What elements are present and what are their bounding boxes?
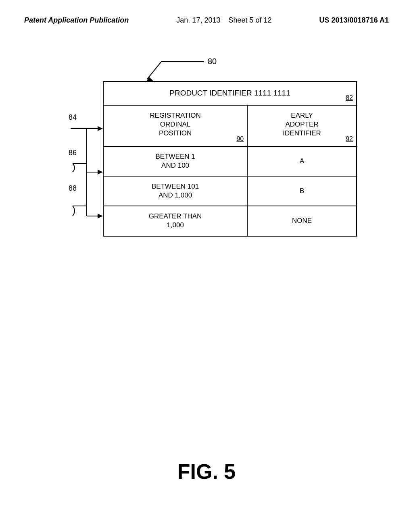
table-row: GREATER THAN1,000 NONE (103, 206, 357, 236)
diagram-area: 80 84 (24, 57, 389, 258)
table-title-text: PRODUCT IDENTIFIER 1111 1111 (169, 89, 290, 97)
table-row: BETWEEN 101AND 1,000 B (103, 176, 357, 206)
page: Patent Application Publication Jan. 17, … (0, 0, 413, 532)
col1-line3: POSITION (159, 129, 192, 137)
ref-92: 92 (346, 135, 353, 143)
col1-line2: ORDINAL (160, 121, 191, 128)
data-table-container: PRODUCT IDENTIFIER 1111 1111 82 REGISTRA… (103, 81, 357, 237)
ref-label-88: 88 (69, 184, 77, 193)
ref-label-86: 86 (69, 149, 77, 157)
ref-90: 90 (236, 135, 244, 143)
header-left: Patent Application Publication (24, 16, 129, 25)
publication-title: Patent Application Publication (24, 16, 129, 25)
row3-col1: GREATER THAN1,000 (103, 206, 247, 236)
header-patent: US 2013/0018716 A1 (319, 16, 389, 25)
col2-header: EARLY ADOPTER IDENTIFIER 92 (247, 105, 357, 146)
row1-col2: A (247, 146, 357, 176)
col1-header: REGISTRATION ORDINAL POSITION 90 (103, 105, 247, 146)
row3-col2: NONE (247, 206, 357, 236)
figure-caption: FIG. 5 (0, 459, 413, 484)
header-sheet: Sheet 5 of 12 (228, 16, 271, 24)
svg-text:80: 80 (208, 57, 217, 66)
ref-82: 82 (346, 94, 353, 102)
table-title-cell: PRODUCT IDENTIFIER 1111 1111 82 (103, 81, 357, 105)
svg-marker-11 (98, 214, 103, 218)
ref-label-84: 84 (69, 113, 77, 122)
svg-marker-6 (98, 126, 103, 131)
header-center: Jan. 17, 2013 Sheet 5 of 12 (176, 16, 271, 25)
table-header-row: PRODUCT IDENTIFIER 1111 1111 82 (103, 81, 357, 105)
col2-line1: EARLY (291, 112, 313, 119)
data-table: PRODUCT IDENTIFIER 1111 1111 82 REGISTRA… (103, 81, 357, 237)
header: Patent Application Publication Jan. 17, … (24, 16, 389, 25)
row1-col1: BETWEEN 1AND 100 (103, 146, 247, 176)
table-row: BETWEEN 1AND 100 A (103, 146, 357, 176)
row2-col1: BETWEEN 101AND 1,000 (103, 176, 247, 206)
col1-line1: REGISTRATION (150, 112, 200, 119)
svg-marker-8 (98, 170, 103, 175)
header-date: Jan. 17, 2013 (176, 16, 220, 24)
col2-line3: IDENTIFIER (283, 129, 321, 137)
table-col-header-row: REGISTRATION ORDINAL POSITION 90 EARLY A… (103, 105, 357, 146)
col2-line2: ADOPTER (285, 121, 318, 128)
row2-col2: B (247, 176, 357, 206)
